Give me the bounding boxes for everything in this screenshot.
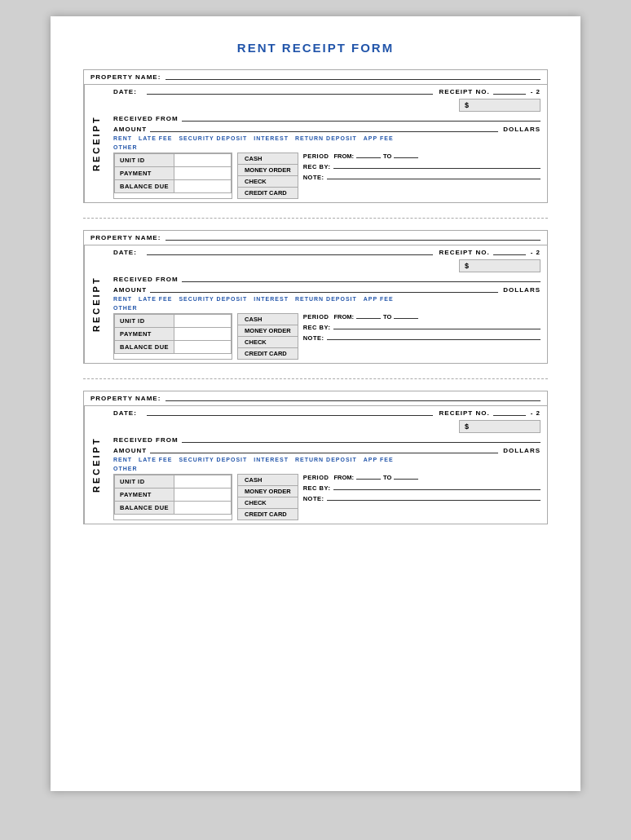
recby-row: REC BY:	[303, 484, 541, 492]
recby-label: REC BY:	[303, 484, 331, 492]
property-label: PROPERTY NAME:	[90, 234, 161, 241]
payment-method-table: CASH MONEY ORDER CHECK CREDIT CARD	[237, 474, 298, 520]
dollars-label: DOLLARS	[503, 447, 541, 454]
note-line	[327, 500, 541, 501]
table-value-cell	[174, 489, 232, 502]
table-label-cell: BALANCE DUE	[115, 341, 174, 354]
received-from-label: RECEIVED FROM	[113, 276, 179, 283]
table-label-cell: PAYMENT	[115, 328, 174, 341]
receipt-inner: RECEIPT DATE: RECEIPT NO. - 2 $	[84, 85, 547, 202]
from-to-container: FROM: TO	[333, 474, 418, 481]
receipt-sidebar: RECEIPT	[84, 406, 107, 524]
category-item: RETURN DEPOSIT	[295, 135, 357, 141]
to-line	[394, 479, 418, 480]
receipt-no-label: RECEIPT NO.	[439, 409, 490, 417]
recby-row: REC BY:	[303, 163, 541, 170]
amount-label: AMOUNT	[113, 126, 147, 133]
middle-section: CASH MONEY ORDER CHECK CREDIT CARD	[237, 313, 298, 360]
from-row: FROM: TO	[333, 153, 418, 160]
property-line	[165, 240, 541, 241]
receipt-no-value: - 2	[531, 409, 541, 417]
amount-line	[150, 131, 498, 132]
category-item: INTEREST	[254, 457, 289, 462]
from-row: FROM: TO	[333, 313, 418, 321]
amount-label: AMOUNT	[113, 447, 147, 454]
category-item: LATE FEE	[139, 457, 172, 462]
page-title: RENT RECEIPT FORM	[83, 41, 548, 55]
middle-section: CASH MONEY ORDER CHECK CREDIT CARD	[237, 153, 298, 199]
property-row: PROPERTY NAME:	[84, 70, 547, 85]
receipt-no-line	[493, 94, 526, 95]
note-row: NOTE:	[303, 495, 541, 502]
amount-row: AMOUNT DOLLARS	[113, 286, 541, 294]
category-item: APP FEE	[364, 457, 394, 462]
from-label: FROM:	[333, 474, 354, 481]
left-table: UNIT ID PAYMENT BALANCE DUE	[113, 474, 232, 520]
amount-row: AMOUNT DOLLARS	[113, 126, 541, 133]
to-line	[394, 157, 418, 158]
table-value-cell	[174, 154, 232, 167]
payment-method-table: CASH MONEY ORDER CHECK CREDIT CARD	[237, 313, 298, 360]
received-from-row: RECEIVED FROM	[113, 276, 541, 283]
details-grid: UNIT ID PAYMENT BALANCE DUE	[113, 153, 541, 199]
payment-method-item: CHECK	[238, 337, 298, 348]
received-from-label: RECEIVED FROM	[113, 115, 179, 122]
amount-label: AMOUNT	[113, 286, 147, 294]
period-label: PERIOD	[303, 313, 329, 321]
to-line	[394, 318, 418, 319]
recby-line	[333, 489, 541, 490]
received-from-label: RECEIVED FROM	[113, 436, 179, 444]
period-from-to: PERIOD FROM: TO	[303, 474, 541, 481]
category-item: SECURITY DEPOSIT	[179, 457, 247, 462]
receipt-no-value: - 2	[531, 88, 541, 95]
receipt-no-wrapper: RECEIPT NO. - 2	[439, 88, 541, 95]
page: RENT RECEIPT FORM PROPERTY NAME: RECEIPT…	[51, 16, 580, 791]
from-label: FROM:	[333, 313, 354, 321]
recby-line	[333, 168, 541, 169]
details-grid: UNIT ID PAYMENT BALANCE DUE	[113, 313, 541, 360]
payment-method-item: MONEY ORDER	[238, 325, 298, 337]
from-line	[356, 157, 381, 158]
date-line	[147, 94, 433, 95]
note-label: NOTE:	[303, 174, 324, 181]
receipt-sidebar: RECEIPT	[84, 245, 107, 363]
receipt-content: DATE: RECEIPT NO. - 2 $ RECEIVED FROM	[107, 245, 547, 363]
table-value-cell	[174, 475, 232, 489]
receipt-no-label: RECEIPT NO.	[439, 88, 490, 95]
dollar-box: $	[459, 99, 541, 112]
receipt-sidebar: RECEIPT	[84, 85, 107, 202]
date-receipt-row: DATE: RECEIPT NO. - 2	[113, 409, 541, 417]
property-row: PROPERTY NAME:	[84, 231, 547, 245]
from-row: FROM: TO	[333, 474, 418, 481]
from-to-container: FROM: TO	[333, 153, 418, 160]
from-line	[356, 318, 381, 319]
date-line	[147, 415, 433, 416]
category-item: APP FEE	[364, 135, 394, 141]
payment-method-item: MONEY ORDER	[238, 165, 298, 176]
dollars-label: DOLLARS	[503, 286, 541, 294]
receipt-inner: RECEIPT DATE: RECEIPT NO. - 2 $	[84, 406, 547, 524]
right-section: PERIOD FROM: TO	[303, 313, 541, 360]
right-section: PERIOD FROM: TO	[303, 153, 541, 199]
from-line	[356, 479, 381, 480]
property-label: PROPERTY NAME:	[90, 73, 161, 81]
receipt-content: DATE: RECEIPT NO. - 2 $ RECEIVED FROM	[107, 406, 547, 524]
property-line	[165, 400, 541, 401]
category-item: RETURN DEPOSIT	[295, 457, 357, 462]
receipt-no-label: RECEIPT NO.	[439, 249, 490, 256]
note-row: NOTE:	[303, 174, 541, 181]
receipt-block-1: PROPERTY NAME: RECEIPT DATE: RECEIPT NO.…	[83, 69, 548, 203]
section-divider	[83, 378, 548, 379]
table-label-cell: UNIT ID	[115, 315, 174, 328]
period-label: PERIOD	[303, 153, 329, 160]
amount-line	[150, 292, 498, 293]
table-value-cell	[174, 328, 232, 341]
to-label: TO	[383, 153, 391, 160]
payment-method-item: CHECK	[238, 176, 298, 188]
from-label: FROM:	[333, 153, 354, 160]
table-label-cell: UNIT ID	[115, 475, 174, 489]
category-item: LATE FEE	[139, 296, 172, 302]
left-table: UNIT ID PAYMENT BALANCE DUE	[113, 313, 232, 360]
receipt-no-value: - 2	[531, 249, 541, 256]
note-line	[327, 339, 541, 340]
